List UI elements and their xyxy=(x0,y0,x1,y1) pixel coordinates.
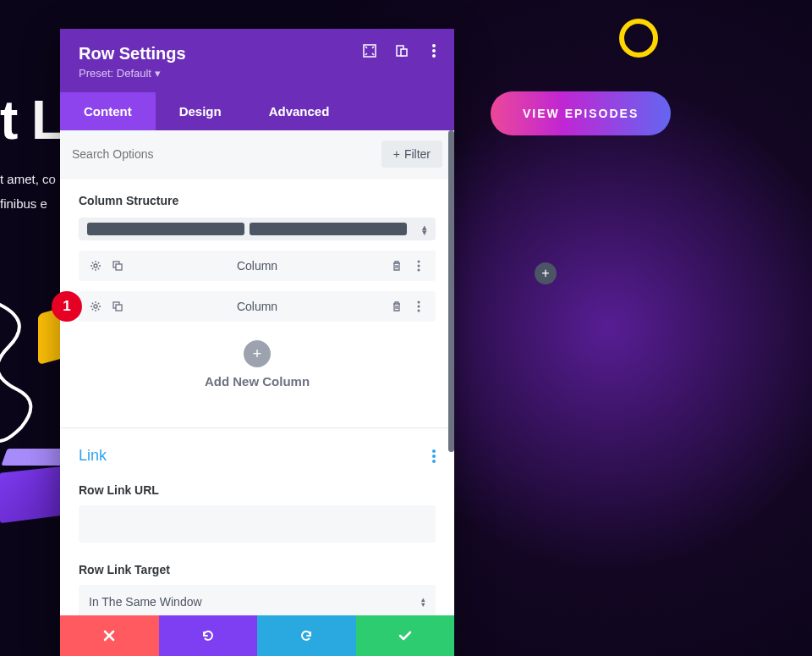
svg-point-18 xyxy=(432,449,436,453)
yellow-ring-decoration xyxy=(619,19,658,58)
row-link-target-label: Row Link Target xyxy=(79,563,436,576)
trash-icon[interactable] xyxy=(390,300,403,313)
chevron-updown-icon: ▴▾ xyxy=(422,224,427,234)
gear-icon[interactable] xyxy=(89,300,102,313)
redo-icon xyxy=(299,628,314,643)
add-column-wrap: + Add New Column xyxy=(79,340,436,389)
tab-design[interactable]: Design xyxy=(156,92,245,130)
search-row: + Filter xyxy=(60,130,454,179)
scrollbar[interactable] xyxy=(448,130,454,452)
chevron-down-icon: ▾ xyxy=(155,67,161,80)
lorem-line: finibus e xyxy=(0,192,56,217)
svg-point-9 xyxy=(418,261,420,263)
page-heading-fragment: t L xyxy=(0,89,63,152)
svg-point-10 xyxy=(418,265,420,267)
modal-body[interactable]: + Filter Column Structure ▴▾ Column xyxy=(60,130,454,615)
svg-point-5 xyxy=(432,54,436,58)
modal-footer xyxy=(60,615,454,656)
svg-rect-2 xyxy=(401,49,407,56)
undo-icon xyxy=(200,628,216,643)
save-button[interactable] xyxy=(356,615,455,656)
check-icon xyxy=(398,628,413,643)
search-input[interactable] xyxy=(72,147,381,161)
plus-icon: + xyxy=(393,147,400,161)
row-link-target-group: Row Link Target In The Same Window ▴▾ xyxy=(79,563,436,615)
expand-icon[interactable] xyxy=(361,42,378,59)
svg-point-4 xyxy=(432,49,436,52)
lorem-text: t amet, co finibus e xyxy=(0,168,56,216)
undo-button[interactable] xyxy=(159,615,258,656)
lorem-line: t amet, co xyxy=(0,168,56,192)
add-column-label: Add New Column xyxy=(79,374,436,389)
add-section-button[interactable]: + xyxy=(535,262,557,284)
modal-tabs: Content Design Advanced xyxy=(60,92,454,130)
more-icon[interactable] xyxy=(425,42,442,59)
link-menu-icon[interactable] xyxy=(432,449,436,463)
duplicate-icon[interactable] xyxy=(111,300,124,313)
row-link-url-group: Row Link URL xyxy=(79,483,436,543)
squiggle-decoration xyxy=(0,296,59,449)
row-settings-modal: Row Settings Preset: Default ▾ Content D… xyxy=(60,29,454,656)
filter-label: Filter xyxy=(404,147,431,161)
redo-button[interactable] xyxy=(257,615,356,656)
link-title: Link xyxy=(79,447,107,465)
column-structure-label: Column Structure xyxy=(79,194,436,207)
column-left-actions xyxy=(89,300,124,313)
more-icon[interactable] xyxy=(412,300,425,313)
tab-advanced[interactable]: Advanced xyxy=(245,92,354,130)
close-icon xyxy=(103,630,115,642)
column-right-actions xyxy=(390,300,425,313)
column-right-actions xyxy=(390,259,425,273)
svg-point-20 xyxy=(432,460,436,463)
svg-point-12 xyxy=(94,305,97,308)
view-episodes-button[interactable]: VIEW EPISODES xyxy=(491,91,671,135)
add-column-button[interactable]: + xyxy=(244,340,271,367)
annotation-badge: 1 xyxy=(52,291,82,322)
svg-rect-8 xyxy=(116,264,122,270)
preset-dropdown[interactable]: Preset: Default ▾ xyxy=(79,67,161,80)
svg-point-11 xyxy=(418,269,420,272)
modal-header-actions xyxy=(361,42,442,59)
trash-icon[interactable] xyxy=(390,259,403,273)
svg-point-16 xyxy=(418,306,420,308)
column-item: Column xyxy=(79,251,436,281)
gear-icon[interactable] xyxy=(89,259,102,273)
svg-point-17 xyxy=(418,310,420,312)
column-label: Column xyxy=(124,300,390,313)
preset-label: Preset: Default xyxy=(79,67,151,80)
chevron-updown-icon: ▴▾ xyxy=(421,597,425,607)
tab-content[interactable]: Content xyxy=(60,92,156,130)
svg-point-15 xyxy=(418,301,420,304)
row-link-url-label: Row Link URL xyxy=(79,483,436,497)
modal-header: Row Settings Preset: Default ▾ xyxy=(60,29,454,92)
column-label: Column xyxy=(124,259,390,273)
svg-point-19 xyxy=(432,455,436,458)
svg-point-6 xyxy=(94,264,97,267)
column-bar xyxy=(250,223,407,235)
column-bar xyxy=(87,223,244,235)
responsive-icon[interactable] xyxy=(393,42,410,59)
column-left-actions xyxy=(89,259,124,273)
select-value: In The Same Window xyxy=(89,595,202,609)
svg-point-3 xyxy=(432,44,436,47)
filter-button[interactable]: + Filter xyxy=(381,141,442,168)
row-link-target-select[interactable]: In The Same Window ▴▾ xyxy=(79,585,436,615)
row-link-url-input[interactable] xyxy=(79,505,436,543)
svg-rect-14 xyxy=(116,305,122,311)
link-section: Link Row Link URL Row Link Target In The… xyxy=(60,428,454,615)
cancel-button[interactable] xyxy=(60,615,159,656)
column-item: Column xyxy=(79,291,436,322)
link-header: Link xyxy=(79,447,436,465)
column-structure-section: Column Structure ▴▾ Column xyxy=(60,179,454,404)
column-structure-selector[interactable]: ▴▾ xyxy=(79,218,436,240)
more-icon[interactable] xyxy=(412,259,425,273)
duplicate-icon[interactable] xyxy=(111,259,124,273)
